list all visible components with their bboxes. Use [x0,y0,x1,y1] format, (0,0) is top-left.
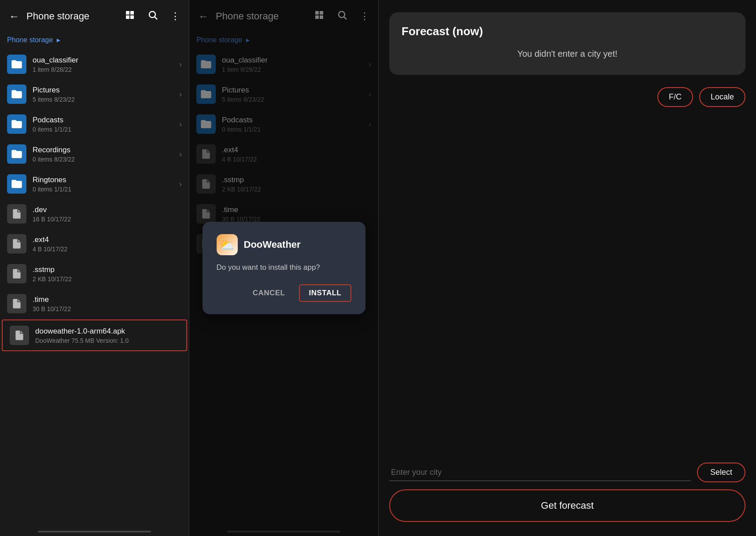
file-info: dooweather-1.0-arm64.apk DooWeather 75.5… [35,327,179,344]
file-name: Ringtones [33,176,173,184]
weather-panel: Forecast (now) You didn't enter a city y… [379,0,756,536]
list-item[interactable]: Recordings 0 items 8/23/22 › [0,139,189,169]
left-header-icons: ⋮ [123,8,182,25]
left-grid-icon[interactable] [123,8,137,25]
file-meta: 16 B 10/17/22 [33,216,182,223]
list-item[interactable]: .sstmp 2 KB 10/17/22 [0,259,189,289]
left-panel: ← Phone storage ⋮ Phone storage ► oua_cl… [0,0,189,536]
file-info: Pictures 5 items 8/23/22 [33,86,173,103]
chevron-right-icon: › [179,60,182,69]
list-item[interactable]: .time 30 B 10/17/22 [0,289,189,319]
file-meta: 30 B 10/17/22 [33,305,182,312]
dialog-message: Do you want to install this app? [217,263,351,272]
left-breadcrumb-arrow: ► [55,37,62,44]
file-meta: 0 items 1/1/21 [33,126,173,133]
left-more-icon[interactable]: ⋮ [169,9,182,24]
folder-icon [7,55,26,74]
weather-spacer [379,107,756,463]
left-file-list: oua_classifier 1 item 8/28/22 › Pictures… [0,49,189,527]
city-input[interactable] [389,464,691,481]
selected-apk-item[interactable]: dooweather-1.0-arm64.apk DooWeather 75.5… [2,319,187,351]
file-meta: 4 B 10/17/22 [33,246,182,253]
left-panel-title: Phone storage [26,11,118,22]
file-info: .ext4 4 B 10/17/22 [33,235,182,253]
file-meta: 2 KB 10/17/22 [33,275,182,283]
right-panel: Forecast (now) You didn't enter a city y… [379,0,756,536]
locale-button[interactable]: Locale [699,87,745,107]
file-name: oua_classifier [33,56,173,65]
apk-name: dooweather-1.0-arm64.apk [35,327,179,336]
file-info: .sstmp 2 KB 10/17/22 [33,265,182,283]
cancel-button[interactable]: CANCEL [246,284,292,302]
apk-icon [10,326,29,345]
file-doc-icon [7,294,26,313]
folder-icon [7,114,26,134]
list-item[interactable]: oua_classifier 1 item 8/28/22 › [0,49,189,79]
select-button[interactable]: Select [697,463,745,482]
chevron-right-icon: › [179,120,182,129]
weather-message: You didn't enter a city yet! [402,49,733,59]
file-meta: 0 items 1/1/21 [33,186,173,193]
file-name: Pictures [33,86,173,95]
dialog-actions: CANCEL INSTALL [217,284,351,302]
file-doc-icon [7,204,26,224]
list-item[interactable]: .ext4 4 B 10/17/22 [0,229,189,259]
chevron-right-icon: › [179,180,182,189]
file-info: .dev 16 B 10/17/22 [33,206,182,223]
file-info: Podcasts 0 items 1/1/21 [33,116,173,133]
list-item[interactable]: Ringtones 0 items 1/1/21 › [0,169,189,199]
folder-icon [7,84,26,104]
file-info: Recordings 0 items 8/23/22 [33,146,173,163]
dialog-header: ⛅ DooWeather [217,234,351,255]
file-name: .time [33,295,182,304]
file-name: Podcasts [33,116,173,125]
dialog-app-name: DooWeather [244,239,301,250]
svg-rect-0 [126,11,129,15]
install-button[interactable]: INSTALL [299,284,351,302]
middle-panel: ← Phone storage ⋮ Phone storage ► oua_cl… [189,0,379,536]
file-name: .ext4 [33,235,182,244]
svg-rect-1 [130,11,134,15]
dialog-overlay: ⛅ DooWeather Do you want to install this… [189,0,378,536]
file-meta: 5 items 8/23/22 [33,96,173,103]
file-name: Recordings [33,146,173,154]
weather-title: Forecast (now) [402,25,733,38]
file-info: .time 30 B 10/17/22 [33,295,182,312]
svg-point-4 [149,11,155,18]
left-breadcrumb: Phone storage ► [0,33,189,49]
left-back-button[interactable]: ← [7,8,21,24]
list-item[interactable]: .dev 16 B 10/17/22 [0,199,189,229]
svg-line-5 [155,17,158,20]
list-item[interactable]: Pictures 5 items 8/23/22 › [0,79,189,109]
file-info: oua_classifier 1 item 8/28/22 [33,56,173,73]
svg-rect-3 [130,15,134,19]
folder-icon [7,174,26,194]
fc-button[interactable]: F/C [657,87,693,107]
file-meta: 0 items 8/23/22 [33,156,173,163]
file-name: .sstmp [33,265,182,274]
apk-meta: DooWeather 75.5 MB Version: 1.0 [35,337,179,344]
chevron-right-icon: › [179,90,182,99]
get-forecast-button[interactable]: Get forecast [389,489,745,522]
left-breadcrumb-text[interactable]: Phone storage [7,36,53,44]
install-dialog: ⛅ DooWeather Do you want to install this… [203,222,365,314]
chevron-right-icon: › [179,150,182,159]
dialog-app-icon: ⛅ [217,234,238,255]
left-search-icon[interactable] [146,8,160,25]
list-item[interactable]: Podcasts 0 items 1/1/21 › [0,109,189,139]
weather-input-row: Select [389,463,745,482]
weather-controls: F/C Locale [389,87,745,107]
file-name: .dev [33,206,182,214]
file-meta: 1 item 8/28/22 [33,66,173,73]
file-doc-icon [7,264,26,283]
weather-card: Forecast (now) You didn't enter a city y… [389,12,745,75]
file-info: Ringtones 0 items 1/1/21 [33,176,173,193]
file-doc-icon [7,234,26,253]
scroll-indicator [38,531,151,532]
folder-icon [7,144,26,164]
left-header: ← Phone storage ⋮ [0,0,189,33]
svg-rect-2 [126,15,129,19]
